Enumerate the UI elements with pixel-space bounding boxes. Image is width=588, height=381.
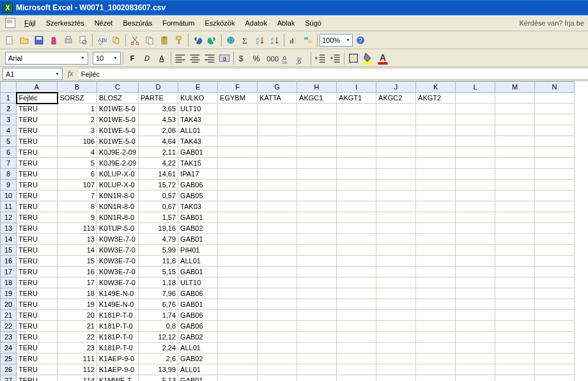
cell[interactable] (218, 321, 258, 332)
cell[interactable] (337, 136, 376, 147)
cell[interactable]: TERU (17, 125, 58, 136)
row-header[interactable]: 9 (1, 180, 17, 190)
bold-button[interactable]: F (125, 51, 139, 65)
cell[interactable] (337, 245, 376, 256)
cell[interactable]: GAB02 (178, 332, 218, 343)
cell[interactable] (416, 212, 456, 223)
cell[interactable] (376, 223, 416, 234)
cell[interactable] (218, 136, 258, 147)
autosum-icon[interactable]: Σ (238, 33, 252, 47)
cell[interactable]: 107 (58, 180, 97, 190)
undo-icon[interactable] (190, 33, 205, 47)
cell[interactable]: TERU (17, 256, 58, 267)
cell[interactable]: GAB06 (178, 180, 218, 190)
cell[interactable] (416, 364, 456, 375)
cell[interactable]: K0LUP-X-0 (97, 180, 139, 190)
cell[interactable]: KATTA (258, 93, 297, 104)
cell[interactable]: SORSZ (58, 93, 97, 104)
cell[interactable] (535, 180, 575, 190)
cell[interactable] (456, 147, 495, 158)
increase-decimal-icon[interactable]: ,0,00 (280, 51, 294, 65)
row-header[interactable]: 25 (1, 354, 17, 364)
cell[interactable] (297, 277, 337, 288)
cell[interactable]: 21 (58, 321, 97, 332)
cell[interactable] (258, 147, 297, 158)
cell[interactable] (535, 212, 575, 223)
row-header[interactable]: 23 (1, 332, 17, 343)
cell[interactable] (258, 169, 297, 180)
borders-icon[interactable] (346, 51, 360, 65)
cell[interactable] (495, 375, 535, 382)
cell[interactable]: K01WE-5-0 (97, 125, 139, 136)
row-header[interactable]: 4 (1, 125, 17, 136)
cell[interactable] (337, 299, 376, 310)
cell[interactable] (258, 234, 297, 245)
cell[interactable] (258, 158, 297, 169)
cell[interactable] (258, 180, 297, 190)
cell[interactable] (218, 169, 258, 180)
cell[interactable] (258, 267, 297, 277)
cell[interactable] (258, 212, 297, 223)
cell[interactable] (456, 321, 495, 332)
cell[interactable] (297, 288, 337, 299)
cell[interactable] (416, 114, 456, 125)
cell[interactable] (495, 180, 535, 190)
cell[interactable] (218, 310, 258, 321)
cell[interactable] (456, 299, 495, 310)
cell[interactable]: TERU (17, 332, 58, 343)
comma-icon[interactable]: 000 (265, 51, 279, 65)
cell[interactable]: 2,06 (139, 125, 178, 136)
cell[interactable]: TERU (17, 223, 58, 234)
cell[interactable] (376, 354, 416, 364)
cell[interactable] (376, 234, 416, 245)
cell[interactable] (416, 277, 456, 288)
cell[interactable] (218, 234, 258, 245)
decrease-decimal-icon[interactable]: ,00,0 (295, 51, 309, 65)
formula-input[interactable]: Fejléc (79, 68, 588, 80)
cell[interactable]: 14,61 (139, 169, 178, 180)
cell[interactable] (376, 321, 416, 332)
cell[interactable] (297, 104, 337, 114)
cell[interactable]: 4,53 (139, 114, 178, 125)
cell[interactable] (218, 180, 258, 190)
cell[interactable] (218, 256, 258, 267)
cell[interactable]: 114 (58, 375, 97, 382)
cell[interactable]: TERU (17, 375, 58, 382)
column-header-K[interactable]: K (416, 82, 456, 93)
menu-tools[interactable]: Eszközök (199, 17, 240, 29)
cell[interactable]: K0W3E-7-0 (97, 234, 139, 245)
cell[interactable] (535, 332, 575, 343)
help-icon[interactable]: ? (353, 33, 368, 47)
cell[interactable]: 112 (58, 364, 97, 375)
cell[interactable]: GAB02 (178, 223, 218, 234)
cell[interactable] (337, 321, 376, 332)
cell[interactable]: GAB01 (178, 267, 218, 277)
cell[interactable] (535, 354, 575, 364)
cell[interactable] (535, 310, 575, 321)
cell[interactable] (535, 267, 575, 277)
cell[interactable] (495, 201, 535, 212)
cell[interactable]: GAB06 (178, 288, 218, 299)
column-header-J[interactable]: J (376, 82, 416, 93)
row-header[interactable]: 2 (1, 104, 17, 114)
hyperlink-icon[interactable] (224, 33, 238, 47)
cell[interactable] (456, 234, 495, 245)
cell[interactable] (337, 212, 376, 223)
format-painter-icon[interactable] (172, 33, 186, 47)
cell[interactable] (495, 190, 535, 201)
cell[interactable]: GAB01 (178, 234, 218, 245)
cell[interactable]: K181P-T-0 (97, 310, 139, 321)
cell[interactable]: 23 (58, 343, 97, 354)
fill-color-icon[interactable] (361, 51, 375, 65)
cell[interactable] (337, 310, 376, 321)
cell[interactable] (337, 147, 376, 158)
cell[interactable]: 5,15 (139, 267, 178, 277)
font-color-icon[interactable]: A (376, 51, 390, 65)
cell[interactable]: K0J9E-2-09 (97, 158, 139, 169)
cell[interactable] (376, 147, 416, 158)
cell[interactable]: 4,64 (139, 136, 178, 147)
cell[interactable] (337, 354, 376, 364)
cell[interactable] (535, 288, 575, 299)
cell[interactable] (258, 288, 297, 299)
cell[interactable] (337, 114, 376, 125)
